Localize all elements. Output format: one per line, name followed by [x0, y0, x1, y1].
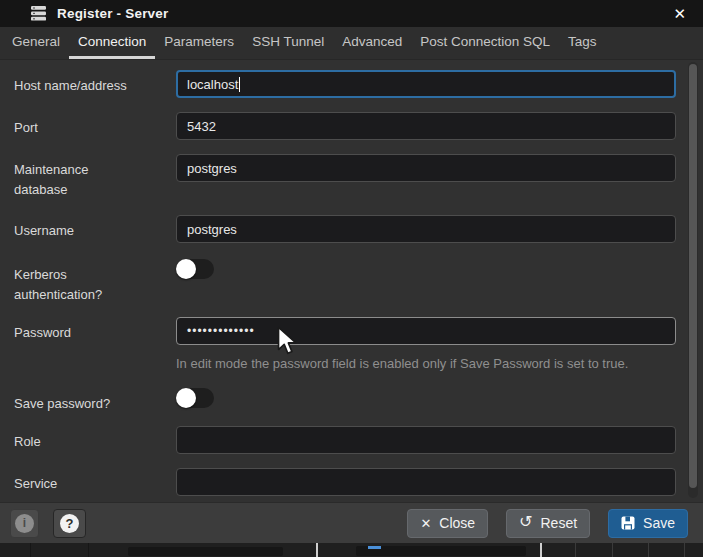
dialog-title: Register - Server	[57, 6, 168, 21]
maintenance-db-input[interactable]: postgres	[176, 154, 676, 182]
port-input[interactable]: 5432	[176, 112, 676, 140]
host-label: Host name/address	[14, 76, 127, 96]
background-tick	[648, 543, 649, 557]
tab-ssh-tunnel[interactable]: SSH Tunnel	[243, 27, 333, 59]
help-icon: ?	[60, 514, 79, 533]
role-input[interactable]	[176, 426, 676, 454]
background-divider	[316, 543, 318, 557]
toggle-knob	[176, 388, 196, 408]
tab-general[interactable]: General	[3, 27, 69, 59]
reset-button-label: Reset	[541, 515, 578, 531]
role-label: Role	[14, 432, 41, 452]
username-row: Username postgres	[14, 215, 703, 243]
tab-parameters[interactable]: Parameters	[155, 27, 243, 59]
tab-connection[interactable]: Connection	[69, 27, 155, 59]
save-password-row: Save password?	[14, 388, 703, 414]
text-caret	[239, 77, 240, 92]
background-divider	[540, 543, 542, 557]
port-label: Port	[14, 118, 38, 138]
save-button[interactable]: Save	[608, 509, 688, 538]
background-tick	[88, 543, 89, 557]
host-value: localhost	[187, 77, 238, 92]
register-server-dialog: Register - Server ✕ General Connection P…	[0, 0, 703, 557]
username-value: postgres	[187, 222, 237, 237]
background-field	[356, 546, 526, 556]
dialog-tabbar: General Connection Parameters SSH Tunnel…	[0, 27, 703, 60]
host-row: Host name/address localhost	[14, 70, 703, 98]
dialog-footer: i ? ✕ Close ↺ Reset	[0, 502, 703, 543]
password-row: Password ••••••••••••• In edit mode the …	[14, 317, 703, 374]
save-password-label: Save password?	[14, 394, 110, 414]
tab-tags[interactable]: Tags	[559, 27, 606, 59]
password-value: •••••••••••••	[187, 324, 255, 338]
password-helper-text: In edit mode the password field is enabl…	[176, 353, 668, 374]
reset-arrow-icon: ↺	[519, 514, 532, 530]
role-row: Role	[14, 426, 703, 454]
info-icon: i	[15, 514, 34, 533]
close-x-icon: ✕	[420, 516, 431, 531]
dialog-titlebar: Register - Server ✕	[0, 0, 703, 27]
port-value: 5432	[187, 119, 216, 134]
close-button-label: Close	[439, 515, 475, 531]
save-button-label: Save	[643, 515, 675, 531]
vertical-scrollbar[interactable]	[688, 62, 698, 498]
maintenance-db-label: Maintenance database	[14, 160, 136, 200]
service-label: Service	[14, 474, 57, 494]
port-row: Port 5432	[14, 112, 703, 140]
service-row: Service	[14, 468, 703, 496]
maintenance-db-row: Maintenance database postgres	[14, 154, 703, 200]
username-label: Username	[14, 221, 74, 241]
save-floppy-icon	[621, 516, 635, 530]
background-tick	[612, 543, 613, 557]
save-password-toggle[interactable]	[176, 388, 214, 408]
background-tick	[30, 543, 31, 557]
host-input[interactable]: localhost	[176, 70, 676, 98]
info-button[interactable]: i	[10, 509, 39, 538]
service-input[interactable]	[176, 468, 676, 496]
connection-form: Host name/address localhost Port 5432 Ma…	[0, 60, 703, 502]
server-stack-icon	[30, 5, 48, 22]
tab-post-connection-sql[interactable]: Post Connection SQL	[411, 27, 559, 59]
background-tick	[684, 543, 685, 557]
scrollbar-thumb[interactable]	[689, 64, 697, 488]
kerberos-label: Kerberos authentication?	[14, 265, 136, 305]
background-window-strip	[0, 543, 703, 557]
username-input[interactable]: postgres	[176, 215, 676, 243]
background-field	[128, 547, 283, 556]
background-tick	[575, 543, 576, 557]
password-input[interactable]: •••••••••••••	[176, 317, 676, 345]
close-button[interactable]: ✕ Close	[407, 509, 488, 538]
toggle-knob	[176, 259, 196, 279]
background-accent	[368, 546, 381, 549]
dialog-close-icon[interactable]: ✕	[669, 4, 690, 23]
help-button[interactable]: ?	[53, 509, 86, 538]
kerberos-toggle[interactable]	[176, 259, 214, 279]
tab-advanced[interactable]: Advanced	[333, 27, 411, 59]
password-label: Password	[14, 323, 71, 343]
maintenance-db-value: postgres	[187, 161, 237, 176]
kerberos-row: Kerberos authentication?	[14, 259, 703, 305]
reset-button[interactable]: ↺ Reset	[506, 509, 590, 538]
